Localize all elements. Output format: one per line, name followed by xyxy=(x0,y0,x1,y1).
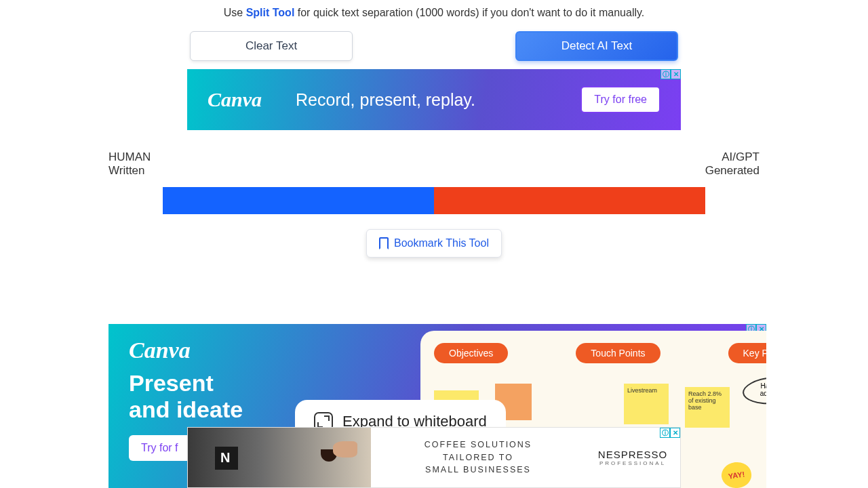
split-tool-link[interactable]: Split Tool xyxy=(246,7,295,18)
human-label-1: HUMAN xyxy=(108,150,151,164)
action-buttons: Clear Text Detect AI Text xyxy=(0,31,868,61)
sticky-note: Reach 2.8% of existing base xyxy=(685,387,730,428)
result-bar xyxy=(163,187,705,214)
ad-info-icon[interactable]: ⓘ xyxy=(660,69,671,79)
ad-large-cta[interactable]: Try for f xyxy=(129,435,191,461)
hint-before: Use xyxy=(224,7,246,18)
ad-headline: Record, present, replay. xyxy=(296,90,580,110)
nespresso-n-logo: N xyxy=(220,450,230,466)
hint-after: for quick text separation (1000 words) i… xyxy=(294,7,644,18)
pill-objectives: Objectives xyxy=(434,343,508,363)
canva-ad-banner[interactable]: ⓘ ✕ Canva Record, present, replay. Try f… xyxy=(187,69,681,130)
nespresso-brand: NESPRESSO xyxy=(598,449,667,460)
ad-controls-nespresso: ⓘ ✕ xyxy=(660,428,680,438)
clear-text-button[interactable]: Clear Text xyxy=(190,31,353,61)
nespresso-line2: TAILORED TO xyxy=(443,451,513,464)
ad-cta-button[interactable]: Try for free xyxy=(580,86,660,113)
ad-controls: ⓘ ✕ xyxy=(660,69,681,79)
human-label: HUMAN Written xyxy=(108,150,151,178)
bookmark-button[interactable]: Bookmark This Tool xyxy=(366,229,502,258)
ai-label-2: Generated xyxy=(705,164,760,178)
hint-text: Use Split Tool for quick text separation… xyxy=(0,0,868,31)
hand-graphic xyxy=(333,441,357,458)
human-label-2: Written xyxy=(108,164,151,178)
nespresso-ad-banner[interactable]: ⓘ ✕ N COFFEE SOLUTIONS TAILORED TO SMALL… xyxy=(187,427,681,488)
human-bar-segment xyxy=(163,187,434,214)
canva-logo-large: Canva xyxy=(129,338,243,363)
bookmark-icon xyxy=(379,237,389,249)
ad-large-headline: Present and ideate xyxy=(129,370,243,423)
ad-close-icon[interactable]: ✕ xyxy=(671,69,681,79)
pill-touchpoints: Touch Points xyxy=(576,343,660,363)
nespresso-image: N xyxy=(188,428,371,487)
result-labels: HUMAN Written AI/GPT Generated xyxy=(108,150,760,178)
pill-kpi: Key Performance Indicators xyxy=(728,343,766,363)
nespresso-line3: SMALL BUSINESSES xyxy=(425,464,531,476)
detect-ai-button[interactable]: Detect AI Text xyxy=(515,31,678,61)
ai-bar-segment xyxy=(434,187,705,214)
whiteboard-pills: Objectives Touch Points Key Performance … xyxy=(434,343,766,363)
ai-label-1: AI/GPT xyxy=(705,150,760,164)
sticky-note: Livestream xyxy=(624,384,669,424)
nespresso-sub: PROFESSIONAL xyxy=(599,460,666,466)
ad-info-icon[interactable]: ⓘ xyxy=(660,428,670,438)
headline-1: Present xyxy=(129,370,243,396)
bookmark-label: Bookmark This Tool xyxy=(394,237,489,249)
ad-close-icon[interactable]: ✕ xyxy=(670,428,680,438)
nespresso-copy: COFFEE SOLUTIONS TAILORED TO SMALL BUSIN… xyxy=(371,428,585,487)
ai-label: AI/GPT Generated xyxy=(705,150,760,178)
hashtag-text: Hashtag adoption xyxy=(753,382,766,397)
nespresso-line1: COFFEE SOLUTIONS xyxy=(425,439,532,451)
headline-2: and ideate xyxy=(129,396,243,423)
canva-logo: Canva xyxy=(208,88,262,111)
